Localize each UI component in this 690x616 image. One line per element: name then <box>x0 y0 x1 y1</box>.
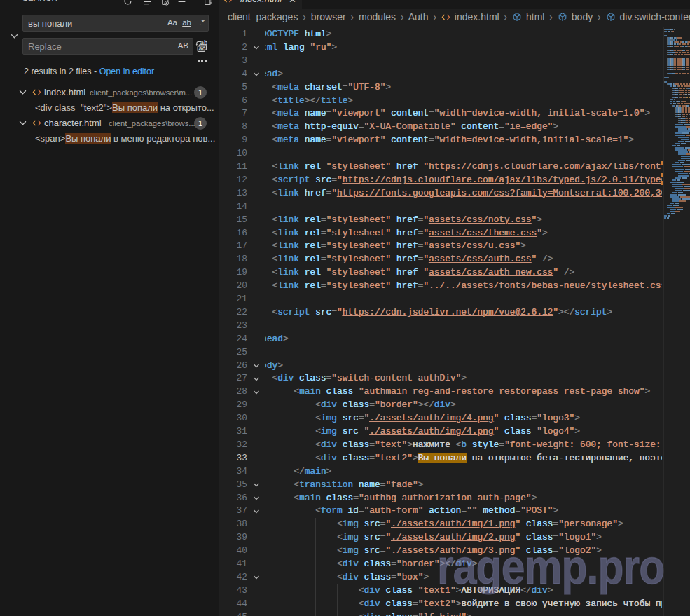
svg-text:ac: ac <box>199 45 206 52</box>
